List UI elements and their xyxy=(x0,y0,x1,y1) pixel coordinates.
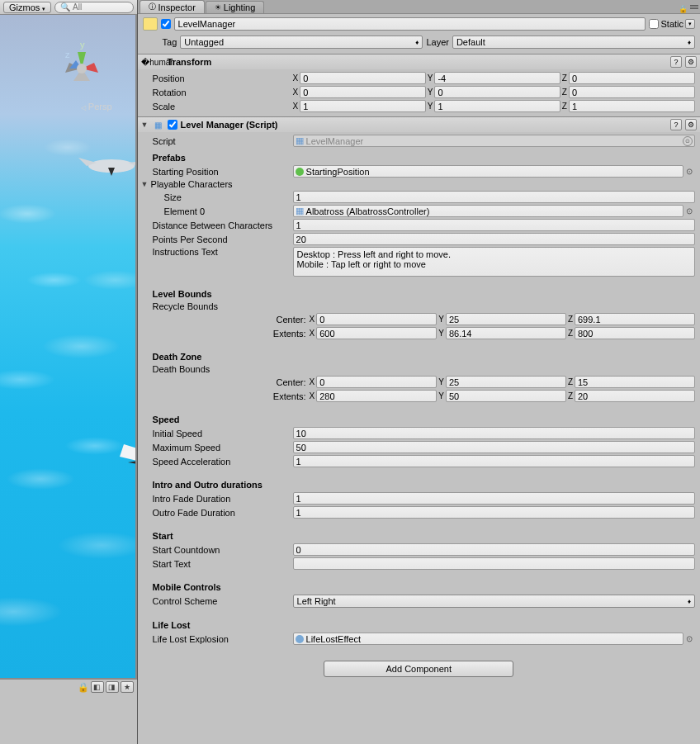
inspector-menu-icon[interactable] xyxy=(690,5,698,13)
rotation-z-input[interactable] xyxy=(569,86,695,98)
lock-icon[interactable]: 🔒 xyxy=(79,682,88,692)
lm-title: Level Manager (Script) xyxy=(181,120,667,130)
recycle-extents-z-input[interactable] xyxy=(575,327,695,339)
rotation-y-input[interactable] xyxy=(434,86,560,98)
scale-y-input[interactable] xyxy=(434,100,560,112)
intro-fade-input[interactable] xyxy=(293,492,695,505)
bird-near xyxy=(120,411,137,502)
intro-fade-label: Intro Fade Duration xyxy=(153,494,293,504)
panel-icon-2[interactable]: ◨ xyxy=(106,681,119,693)
layer-dropdown[interactable]: Default♦ xyxy=(452,36,695,49)
lm-enabled-checkbox[interactable] xyxy=(168,120,177,130)
script-icon: ▦ xyxy=(153,119,164,130)
transform-gear-icon[interactable]: ⚙ xyxy=(685,56,697,68)
orientation-gizmo[interactable]: y z xyxy=(53,40,111,97)
size-label: Size xyxy=(153,192,293,202)
max-speed-input[interactable] xyxy=(293,441,695,453)
scale-label: Scale xyxy=(153,102,293,111)
recycle-center-x-input[interactable] xyxy=(316,313,437,325)
svg-marker-12 xyxy=(120,444,137,467)
element0-field[interactable]: ▦ Albatross (AlbatrossController) xyxy=(293,205,683,217)
script-file-icon: ▦ xyxy=(296,135,304,146)
points-input[interactable] xyxy=(293,233,695,245)
max-speed-label: Maximum Speed xyxy=(153,443,293,453)
scene-search-input[interactable] xyxy=(73,2,127,12)
instructions-textarea[interactable]: Desktop : Press left and right to move. … xyxy=(293,247,695,277)
intro-outro-header: Intro and Outro durations xyxy=(153,468,695,491)
start-header: Start xyxy=(153,519,695,543)
recycle-extents-y-input[interactable] xyxy=(446,327,566,339)
life-lost-picker-icon[interactable]: ⊙ xyxy=(683,634,695,643)
death-extents-z-input[interactable] xyxy=(575,390,695,402)
perspective-label: ◁ Persp xyxy=(81,102,112,111)
death-center-z-input[interactable] xyxy=(575,376,695,388)
prefabs-header: Prefabs xyxy=(153,148,695,164)
scene-search[interactable]: 🔍 xyxy=(54,2,133,13)
rotation-x-input[interactable] xyxy=(300,86,425,98)
element0-picker-icon[interactable]: ⊙ xyxy=(683,206,695,216)
add-component-button[interactable]: Add Component xyxy=(324,661,513,677)
gameobject-name-input[interactable] xyxy=(174,17,646,31)
static-label: Static xyxy=(660,19,683,29)
life-lost-label: Life Lost Explosion xyxy=(153,634,293,644)
bottom-panel: 🔒 ◧ ◨ ★ xyxy=(0,678,137,744)
prefab-icon: ▦ xyxy=(296,206,304,216)
death-extents-x-input[interactable] xyxy=(316,390,437,402)
static-dropdown[interactable]: ▾ xyxy=(685,19,695,29)
transform-icon: �human xyxy=(153,56,164,68)
gizmos-dropdown[interactable]: Gizmos ▾ xyxy=(3,2,51,13)
initial-speed-label: Initial Speed xyxy=(153,429,293,438)
start-countdown-input[interactable] xyxy=(293,543,695,556)
position-z-input[interactable] xyxy=(569,72,695,84)
death-center-y-input[interactable] xyxy=(446,376,566,388)
distance-input[interactable] xyxy=(293,219,695,231)
recycle-extents-x-input[interactable] xyxy=(316,327,437,339)
script-field: ▦ LevelManager xyxy=(293,135,695,147)
scene-viewport[interactable]: y z ◁ Persp xyxy=(0,15,137,678)
tag-dropdown[interactable]: Untagged♦ xyxy=(180,36,423,49)
scale-z-input[interactable] xyxy=(569,100,695,112)
inspector-lock-icon[interactable]: 🔒 xyxy=(679,5,688,13)
static-checkbox[interactable] xyxy=(649,19,659,29)
starting-position-field[interactable]: StartingPosition xyxy=(293,165,683,178)
position-x-input[interactable] xyxy=(300,72,425,84)
svg-point-5 xyxy=(77,64,87,73)
start-text-label: Start Text xyxy=(153,559,293,569)
panel-icon-1[interactable]: ◧ xyxy=(91,681,104,693)
playable-chars-foldout[interactable]: ▼ xyxy=(141,180,151,188)
accel-input[interactable] xyxy=(293,455,695,467)
initial-speed-input[interactable] xyxy=(293,427,695,439)
gameobject-icon[interactable] xyxy=(143,17,158,31)
transform-help-icon[interactable]: ? xyxy=(670,56,682,68)
start-text-input[interactable] xyxy=(293,557,695,570)
panel-icon-3[interactable]: ★ xyxy=(121,681,134,693)
lm-help-icon[interactable]: ? xyxy=(670,119,682,130)
life-lost-field[interactable]: LifeLostEffect xyxy=(293,633,683,645)
search-icon: 🔍 xyxy=(60,2,70,12)
death-center-x-input[interactable] xyxy=(316,376,437,388)
recycle-center-z-input[interactable] xyxy=(575,313,695,325)
lm-gear-icon[interactable]: ⚙ xyxy=(685,119,697,130)
position-y-input[interactable] xyxy=(434,72,560,84)
scale-x-input[interactable] xyxy=(300,100,425,112)
tab-inspector[interactable]: ⓘ Inspector xyxy=(140,0,205,13)
starting-position-picker-icon[interactable]: ⊙ xyxy=(683,167,695,176)
mobile-controls-header: Mobile Controls xyxy=(153,571,695,594)
svg-text:y: y xyxy=(80,40,85,50)
tab-lighting[interactable]: ☀ Lighting xyxy=(206,1,265,13)
scene-toolbar: Gizmos ▾ 🔍 xyxy=(0,0,137,15)
transform-title: Transform xyxy=(168,57,667,67)
outro-fade-input[interactable] xyxy=(293,506,695,519)
script-picker-icon[interactable] xyxy=(683,136,693,146)
position-label: Position xyxy=(153,73,293,83)
size-input[interactable] xyxy=(293,191,695,203)
points-label: Points Per Second xyxy=(153,235,293,244)
control-scheme-dropdown[interactable]: Left Right♦ xyxy=(293,595,695,608)
element0-label: Element 0 xyxy=(153,206,293,216)
center-label: Center: xyxy=(268,315,310,325)
death-zone-header: Death Zone xyxy=(153,340,695,363)
lm-foldout[interactable]: ▼ xyxy=(141,121,149,129)
gameobject-active-checkbox[interactable] xyxy=(161,19,171,29)
death-extents-y-input[interactable] xyxy=(446,390,566,402)
recycle-center-y-input[interactable] xyxy=(446,313,566,325)
